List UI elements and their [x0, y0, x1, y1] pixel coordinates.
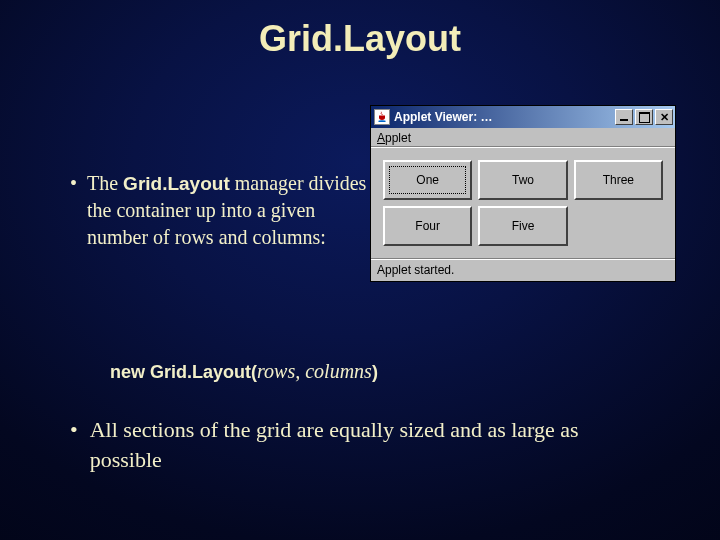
grid-button-three[interactable]: Three — [574, 160, 663, 200]
applet-client-area: One Two Three Four Five — [371, 148, 675, 258]
bullet-1: • The Grid.Layout manager divides the co… — [70, 170, 370, 251]
window-title: Applet Viewer: … — [394, 110, 609, 124]
bullet-1-prefix: The — [87, 172, 123, 194]
titlebar[interactable]: Applet Viewer: … ✕ — [371, 106, 675, 128]
grid-button-two[interactable]: Two — [478, 160, 567, 200]
status-bar: Applet started. — [371, 258, 675, 281]
close-button[interactable]: ✕ — [655, 109, 673, 125]
slide-title: Grid.Layout — [0, 0, 720, 60]
bullet-2: • All sections of the grid are equally s… — [70, 415, 650, 474]
bullet-1-classname: Grid.Layout — [123, 173, 230, 194]
menu-applet[interactable]: Applet — [377, 131, 411, 145]
grid-button-label: Four — [415, 219, 440, 233]
grid-button-label: Five — [512, 219, 535, 233]
bullet-dot: • — [70, 170, 77, 251]
java-cup-icon[interactable] — [374, 109, 390, 125]
minimize-button[interactable] — [615, 109, 633, 125]
menu-applet-rest: pplet — [385, 131, 411, 145]
code-example: new Grid.Layout(rows, columns) — [110, 360, 378, 383]
window-buttons: ✕ — [613, 109, 673, 125]
grid-button-label: One — [416, 173, 439, 187]
menu-applet-mnemonic: A — [377, 131, 385, 145]
code-classname: Grid.Layout — [150, 362, 251, 382]
code-sep: , — [295, 360, 305, 382]
code-new: new — [110, 362, 150, 382]
grid-button-label: Three — [603, 173, 634, 187]
menubar: Applet — [371, 128, 675, 148]
applet-window: Applet Viewer: … ✕ Applet One Two Three … — [370, 105, 676, 282]
bullet-dot: • — [70, 415, 78, 474]
code-arg-rows: rows — [257, 360, 295, 382]
grid-button-label: Two — [512, 173, 534, 187]
code-arg-columns: columns — [305, 360, 372, 382]
svg-point-0 — [378, 120, 386, 122]
grid-empty-cell — [574, 206, 663, 246]
grid-button-five[interactable]: Five — [478, 206, 567, 246]
grid-button-four[interactable]: Four — [383, 206, 472, 246]
bullet-1-text: The Grid.Layout manager divides the cont… — [87, 170, 370, 251]
code-close-paren: ) — [372, 362, 378, 382]
maximize-button[interactable] — [635, 109, 653, 125]
grid-button-one[interactable]: One — [383, 160, 472, 200]
bullet-2-text: All sections of the grid are equally siz… — [90, 415, 650, 474]
grid-layout: One Two Three Four Five — [383, 160, 663, 246]
